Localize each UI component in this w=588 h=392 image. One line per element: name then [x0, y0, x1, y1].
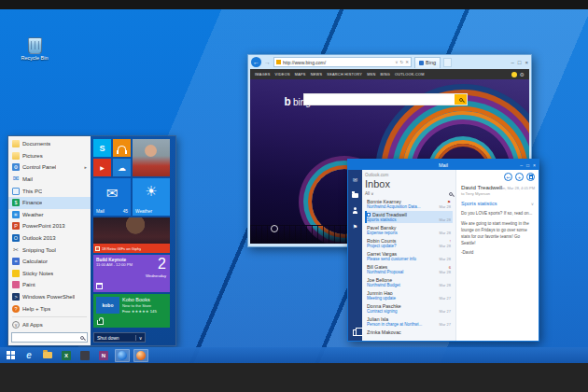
- onedrive-tile[interactable]: ☁: [113, 159, 131, 176]
- bing-nav-item[interactable]: IMAGES: [255, 73, 271, 77]
- start-menu-item-mail[interactable]: ✉Mail: [8, 174, 91, 186]
- taskbar-icon-excel[interactable]: X: [59, 349, 74, 362]
- message-row[interactable]: Julian IslaPerson in charge at Northwi..…: [365, 315, 453, 328]
- message-row[interactable]: Bill Gates6Northwind ProposalMar 28: [365, 263, 453, 275]
- message-row[interactable]: Zrinka Makovac: [365, 329, 453, 336]
- start-menu-item-sticky-notes[interactable]: Sticky Notes: [8, 268, 91, 280]
- message-date: Mar 28: [440, 283, 451, 287]
- subject-chevron-icon[interactable]: ∨: [531, 202, 534, 206]
- message-row[interactable]: Garret VargasPlease send customer infoMa…: [365, 250, 453, 262]
- folders-icon[interactable]: [352, 193, 358, 198]
- mail-window[interactable]: Mail – □ × ✉ ⚑ Outlook.com Inbox All ∨: [347, 159, 539, 342]
- bing-nav-item[interactable]: MAPS: [295, 73, 306, 77]
- calendar-tile[interactable]: Build Keynote 11:00 AM - 12:00 PM 2 Wedn…: [93, 255, 170, 292]
- start-menu-item-documents[interactable]: Documents: [8, 138, 91, 150]
- bing-nav-item[interactable]: OUTLOOK.COM: [395, 73, 425, 77]
- message-body: Do you LOVE sports? If so, read on...We …: [461, 211, 534, 257]
- message-row[interactable]: Robin Counts!Project update?Mar 28: [365, 237, 453, 249]
- video-tile[interactable]: ▶: [93, 159, 111, 176]
- new-tab-button[interactable]: [443, 58, 452, 67]
- message-row[interactable]: Donna PaschkeContract signingMar 27: [365, 302, 453, 315]
- respond-button[interactable]: ↩: [504, 173, 512, 181]
- people-tile[interactable]: [133, 139, 170, 176]
- close-icon[interactable]: ×: [525, 60, 528, 65]
- recycle-bin[interactable]: Recycle Bin: [16, 37, 53, 61]
- new-mail-button[interactable]: +: [515, 173, 524, 181]
- start-menu-item-label: Snipping Tool: [22, 247, 56, 253]
- bing-nav-item[interactable]: VIDEOS: [275, 73, 290, 77]
- start-menu-tiles: S ▶ ☁ ✉ Mail 45 ☀ Weather: [91, 136, 175, 345]
- taskbar-icon-onenote[interactable]: N: [96, 349, 111, 362]
- bing-nav-item[interactable]: MSN: [367, 73, 375, 77]
- start-menu-item-pictures[interactable]: Pictures: [8, 150, 91, 162]
- taskbar-icon-file-explorer[interactable]: [40, 349, 55, 362]
- weather-tile[interactable]: ☀ Weather: [133, 178, 170, 216]
- message-checkbox[interactable]: [367, 213, 371, 217]
- message-row[interactable]: Bonnie Kearney⚑Northwind Acquisition Dat…: [365, 198, 453, 210]
- close-icon[interactable]: ×: [533, 162, 536, 168]
- start-menu-item-paint[interactable]: Paint: [8, 279, 91, 291]
- start-menu-item-calculator[interactable]: =Calculator: [8, 256, 91, 268]
- back-icon[interactable]: ←: [251, 57, 261, 67]
- taskbar-icon-internet-explorer[interactable]: e: [21, 349, 36, 362]
- tab-favicon: [419, 61, 424, 65]
- start-menu-item-outlook[interactable]: OOutlook 2013: [8, 232, 91, 245]
- start-menu-item-control-panel[interactable]: ⚙Control Panel▸: [8, 161, 91, 174]
- bing-search-box[interactable]: [303, 93, 468, 105]
- address-bar[interactable]: http://www.bing.com/ ∨ ↻ ✕: [273, 57, 412, 67]
- search-mail-icon[interactable]: [449, 192, 453, 196]
- cloud-icon: ☁: [118, 163, 126, 173]
- taskbar-icon-app-orange[interactable]: [133, 349, 148, 362]
- browser-tab[interactable]: Bing: [414, 57, 441, 68]
- shutdown-options-chevron-icon[interactable]: ∨: [135, 335, 145, 341]
- start-menu-item-powerpoint[interactable]: PPowerPoint 2013: [8, 220, 91, 232]
- start-menu-item-this-pc[interactable]: This PC: [8, 185, 91, 197]
- autocomplete-chevron-icon[interactable]: ∨: [395, 60, 398, 64]
- stop-icon[interactable]: ✕: [405, 60, 409, 64]
- bing-search-button[interactable]: [455, 94, 467, 105]
- taskbar-icon-start[interactable]: [3, 349, 18, 362]
- all-apps-button[interactable]: ∨ All Apps: [8, 319, 91, 330]
- mail-folder-mail-icon[interactable]: ✉: [353, 177, 357, 183]
- store-tile[interactable]: kobo Kobo Books New to the Store Free ★★…: [93, 294, 170, 328]
- image-hotspot-icon[interactable]: [271, 225, 278, 232]
- message-row[interactable]: David TreadwellSports statisticsMar 28: [365, 211, 453, 223]
- all-folders-icon[interactable]: [353, 329, 358, 336]
- message-row[interactable]: Joe BelloneNorthwind BudgetMar 28: [365, 276, 453, 288]
- flag-icon[interactable]: ⚑: [353, 224, 357, 230]
- delete-button[interactable]: [526, 173, 535, 181]
- minimize-icon[interactable]: –: [511, 60, 514, 65]
- taskbar-icon-app-blue[interactable]: [115, 349, 130, 362]
- mail-tile[interactable]: ✉ Mail 45: [93, 178, 131, 216]
- start-menu-item-snipping-tool[interactable]: ✂Snipping Tool: [8, 244, 91, 256]
- start-menu-item-weather[interactable]: ☀Weather: [8, 209, 91, 221]
- sports-tile[interactable]: 18 Retro GIFs on Giphy: [93, 217, 170, 253]
- bing-nav-item[interactable]: BING: [380, 73, 389, 77]
- maximize-icon[interactable]: □: [526, 162, 529, 168]
- mail-title-bar[interactable]: Mail – □ ×: [348, 160, 539, 170]
- bing-nav-item[interactable]: SEARCH HISTORY: [327, 73, 362, 77]
- app-icon: [80, 351, 90, 360]
- people-icon[interactable]: [353, 209, 357, 214]
- browser-chrome[interactable]: ← → http://www.bing.com/ ∨ ↻ ✕ Bing – □ …: [250, 55, 529, 69]
- bing-nav-item[interactable]: NEWS: [311, 73, 323, 77]
- filter-dropdown[interactable]: All ∨: [365, 191, 449, 196]
- feedback-smiley-icon[interactable]: [511, 72, 517, 77]
- maximize-icon[interactable]: □: [518, 60, 522, 65]
- forward-icon[interactable]: →: [264, 59, 271, 65]
- start-menu-item-help-tips[interactable]: ?Help + Tips: [8, 302, 91, 315]
- taskbar-icon-app-dark[interactable]: [77, 349, 92, 362]
- start-search-input[interactable]: [15, 334, 80, 342]
- refresh-icon[interactable]: ↻: [399, 60, 403, 64]
- start-menu-item-finance[interactable]: $Finance: [8, 197, 91, 209]
- minimize-icon[interactable]: –: [520, 162, 523, 168]
- bing-search-input[interactable]: [304, 94, 455, 105]
- settings-gear-icon[interactable]: ⚙: [520, 71, 525, 77]
- message-row[interactable]: Pavel BanskyExpense reportsMar 28: [365, 224, 453, 236]
- start-menu-item-powershell[interactable]: >Windows PowerShell: [8, 291, 91, 303]
- music-tile[interactable]: [113, 139, 131, 157]
- skype-tile[interactable]: S: [93, 139, 111, 157]
- start-search-box[interactable]: [11, 332, 88, 343]
- shutdown-button[interactable]: Shut down ∨: [93, 332, 146, 343]
- message-row[interactable]: Junmin HaoMeeting updateMar 27: [365, 289, 453, 301]
